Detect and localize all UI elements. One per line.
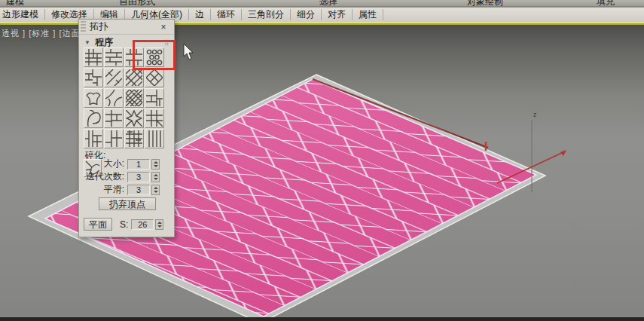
- size-spinner[interactable]: [151, 159, 160, 170]
- close-icon[interactable]: ×: [157, 22, 169, 32]
- application-window: 建模 自由形式 选择 对象绘制 填充 边形建模 修改选择 编辑 几何体(全部) …: [0, 0, 644, 321]
- panel-grip-icon[interactable]: [81, 21, 86, 33]
- pattern-button-organic-split[interactable]: [104, 88, 124, 108]
- iterations-field-row: 迭代次数: 3: [84, 171, 172, 182]
- pattern-button-curved-cells[interactable]: [84, 109, 103, 128]
- iterations-value-input[interactable]: 3: [127, 172, 150, 182]
- ribbon-tab-modeling[interactable]: 建模: [6, 0, 24, 7]
- toolbar-item-triangulate[interactable]: 三角剖分: [242, 9, 291, 20]
- size-field-row: 大小: 1: [100, 158, 172, 170]
- panel-title: 拓扑: [90, 20, 157, 33]
- toolbar-item-edge[interactable]: 边: [189, 9, 211, 20]
- pattern-button-offset-blocks[interactable]: [84, 68, 103, 87]
- pattern-button-diamond-lattice[interactable]: [145, 68, 164, 87]
- s-label: S:: [120, 219, 128, 230]
- bottom-ui-strip: [0, 317, 644, 321]
- z-axis-label: z: [533, 111, 537, 118]
- toolbar-item-properties[interactable]: 属性: [353, 9, 383, 20]
- smooth-spinner[interactable]: [151, 185, 160, 195]
- toolbar-item-subdivide[interactable]: 细分: [291, 9, 322, 20]
- iterations-spinner[interactable]: [151, 172, 160, 182]
- pattern-button-l-blocks[interactable]: [104, 129, 124, 148]
- pattern-button-organic-pebbles[interactable]: [84, 88, 103, 108]
- smooth-label: 平滑:: [84, 183, 124, 196]
- size-label: 大小:: [100, 157, 124, 170]
- smooth-value-input[interactable]: 3: [127, 185, 150, 195]
- ribbon-tab-row: 建模 自由形式 选择 对象绘制 填充: [0, 0, 644, 7]
- smooth-field-row: 平滑: 3: [84, 184, 172, 195]
- pattern-button-mixed-grid[interactable]: [104, 109, 124, 128]
- toolbar-item-align[interactable]: 对齐: [322, 9, 353, 20]
- ribbon-tab-populate[interactable]: 填充: [597, 0, 615, 7]
- mouse-cursor-icon: [183, 43, 195, 61]
- toolbar-item-loop[interactable]: 循环: [211, 9, 242, 20]
- pattern-button-star-diamond[interactable]: [124, 109, 144, 128]
- x-axis-arrowhead: [560, 150, 566, 156]
- pattern-button-diagonal-split[interactable]: [104, 68, 124, 87]
- pattern-button-grid-diagonal[interactable]: [145, 109, 164, 128]
- s-value-input[interactable]: 26: [131, 219, 154, 230]
- rollout-arrow-icon[interactable]: ▼: [84, 39, 90, 46]
- pattern-button-fine-grid[interactable]: [124, 129, 144, 148]
- highlight-rectangle: [133, 40, 175, 70]
- pattern-button-crosshatch[interactable]: [124, 68, 144, 87]
- discard-vertices-button[interactable]: 扔弃顶点: [99, 197, 156, 210]
- pattern-button-grid-merge[interactable]: [84, 47, 103, 67]
- plane-row: 平面 S: 26: [84, 218, 172, 231]
- ribbon-tab-freeform[interactable]: 自由形式: [119, 0, 155, 7]
- pattern-button-vertical-stripes[interactable]: [145, 129, 164, 148]
- iterations-label: 迭代次数:: [84, 170, 124, 183]
- pattern-button-block-inset[interactable]: [145, 88, 164, 108]
- ribbon-tab-selection[interactable]: 选择: [319, 0, 337, 7]
- pattern-button-bricks[interactable]: [104, 47, 124, 67]
- size-value-input[interactable]: 1: [127, 159, 150, 170]
- s-spinner[interactable]: [155, 219, 163, 230]
- pattern-button-dense-diamonds[interactable]: [124, 88, 144, 108]
- topology-panel-header[interactable]: 拓扑 ×: [79, 20, 174, 35]
- ribbon-tab-objectpaint[interactable]: 对象绘制: [467, 0, 503, 7]
- toolbar-item-polymodeling[interactable]: 边形建模: [0, 9, 45, 20]
- pattern-button-stripes-blocks[interactable]: [84, 129, 103, 148]
- plane-button[interactable]: 平面: [84, 218, 112, 231]
